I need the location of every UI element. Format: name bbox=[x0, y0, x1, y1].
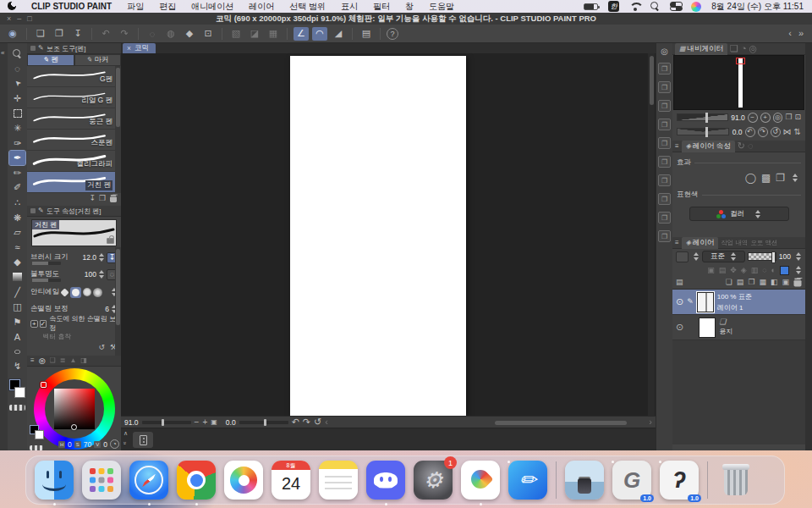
balloon-tab-icon[interactable]: ◌ bbox=[748, 141, 754, 151]
auto-select-tool-icon[interactable]: ✳ bbox=[9, 121, 25, 135]
brush-item-round-pen[interactable]: 둥근 펜 bbox=[27, 108, 121, 130]
scroll-left-icon[interactable]: ‹ bbox=[325, 417, 328, 427]
sub-color-swatch[interactable] bbox=[14, 387, 25, 398]
tab-pen[interactable]: ✎펜 bbox=[27, 54, 74, 66]
antialias-none-button[interactable] bbox=[59, 287, 70, 298]
opacity-slider[interactable] bbox=[32, 279, 61, 282]
zoom-in-icon[interactable]: + bbox=[202, 418, 207, 427]
create-mask-icon[interactable]: ▣ bbox=[782, 279, 789, 286]
scroll-right-icon[interactable]: › bbox=[649, 417, 652, 427]
panel-menu-icon[interactable]: ≡ bbox=[30, 357, 35, 364]
open-file-icon[interactable]: ❐ bbox=[52, 27, 67, 41]
help-icon[interactable]: ? bbox=[387, 28, 398, 40]
menu-animation[interactable]: 애니메이션 bbox=[184, 1, 241, 13]
delete-subtool-icon[interactable] bbox=[110, 195, 117, 202]
transfer-layer-icon[interactable]: ▦ bbox=[759, 279, 766, 286]
battery-icon[interactable] bbox=[584, 3, 598, 10]
tab-marker[interactable]: ✎마커 bbox=[74, 54, 122, 66]
navigator-tab[interactable]: ▦내비게이터 bbox=[675, 43, 727, 55]
material-folder-brush-icon[interactable]: ❐ bbox=[658, 156, 671, 168]
nav-zoom-out-icon[interactable]: − bbox=[748, 113, 758, 123]
hue-marker[interactable] bbox=[41, 382, 47, 388]
tool-property-scrollbar[interactable] bbox=[115, 247, 121, 370]
balloon-tool-icon[interactable]: ○ bbox=[6, 345, 29, 359]
nav-rotate-right-icon[interactable]: ↷ bbox=[758, 127, 768, 137]
material-folder-pose-icon[interactable]: ❐ bbox=[658, 193, 671, 205]
snap-guide-icon[interactable]: ◢ bbox=[331, 27, 346, 41]
snap-off-icon[interactable]: ▧ bbox=[228, 27, 244, 41]
brush-size-slider[interactable] bbox=[32, 262, 61, 265]
draft-layer-icon[interactable]: ▤ bbox=[719, 267, 727, 274]
menu-window[interactable]: 창 bbox=[398, 1, 421, 13]
zoom-out-icon[interactable]: − bbox=[195, 418, 200, 427]
new-vector-layer-icon[interactable]: ▤ bbox=[737, 279, 744, 286]
menu-view[interactable]: 표시 bbox=[333, 1, 365, 13]
brush-tool-icon[interactable]: ✐ bbox=[9, 180, 25, 195]
clip-below-icon[interactable]: ▥ bbox=[751, 267, 759, 274]
palette-color-chip[interactable] bbox=[676, 251, 689, 262]
history-tab[interactable]: 작업 내역 bbox=[721, 240, 748, 246]
transparent-color-swatch[interactable] bbox=[9, 405, 25, 411]
approx-color-tab[interactable]: ◨ bbox=[80, 357, 87, 364]
dock-system-settings-icon[interactable]: ⚙ 1 bbox=[414, 461, 453, 500]
layer-opacity-value[interactable]: 100 bbox=[779, 252, 791, 261]
zoom-fit-icon[interactable]: ▣ bbox=[211, 419, 217, 426]
canvas-size-icon[interactable]: ⊡ bbox=[200, 27, 216, 41]
palette-dock-icon[interactable]: ▤ bbox=[359, 27, 374, 41]
snap-perspective-icon[interactable]: ◪ bbox=[247, 27, 262, 41]
menu-filter[interactable]: 필터 bbox=[365, 1, 398, 13]
antialias-strong-button[interactable] bbox=[92, 287, 103, 298]
mini-sub-color[interactable] bbox=[35, 430, 44, 439]
spotlight-search-icon[interactable] bbox=[650, 2, 660, 11]
dock-discord-icon[interactable] bbox=[366, 461, 405, 500]
saturation-value[interactable]: 70 bbox=[84, 440, 91, 449]
nav-rotate-left-icon[interactable]: ↶ bbox=[745, 127, 755, 137]
color-set-tab[interactable]: ≣ bbox=[60, 357, 66, 364]
nav-fit-screen-icon[interactable]: ⊡ bbox=[794, 113, 801, 121]
eyedropper-tool-icon[interactable]: ✑ bbox=[9, 136, 25, 151]
change-panel-icon[interactable]: ▤ bbox=[676, 279, 683, 286]
border-effect-icon[interactable]: ◯ bbox=[744, 173, 755, 183]
material-folder-download-icon[interactable]: ❐ bbox=[658, 212, 671, 224]
layer-name[interactable]: 레이어 1 bbox=[717, 303, 752, 312]
canvas-rotation-value[interactable]: 0.0 bbox=[226, 418, 236, 427]
window-close-button[interactable]: × bbox=[7, 14, 11, 23]
intermediate-color-tab[interactable]: ▲ bbox=[69, 357, 76, 364]
figure-tool-icon[interactable]: ╱ bbox=[9, 285, 25, 300]
information-tab-icon[interactable]: ◎ bbox=[749, 44, 758, 53]
color-wheel-tab[interactable]: ◎ bbox=[39, 357, 46, 365]
speed-stabilization-checkbox[interactable]: ✓ bbox=[40, 320, 47, 328]
menu-bar-clock[interactable]: 8월 24일 (수) 오후 11:51 bbox=[711, 1, 804, 13]
material-folder-monochrome-icon[interactable]: ❐ bbox=[658, 100, 671, 112]
fill-tool-icon[interactable]: ◆ bbox=[9, 255, 25, 269]
undo-icon[interactable]: ↶ bbox=[98, 27, 113, 41]
subtool-scrollbar[interactable] bbox=[115, 66, 121, 193]
navigator-zoom-slider[interactable] bbox=[677, 113, 728, 121]
paper-layer-name[interactable]: 용지 bbox=[719, 327, 732, 336]
frame-border-tool-icon[interactable]: ◫ bbox=[9, 300, 25, 314]
menu-file[interactable]: 파일 bbox=[119, 1, 151, 13]
dock-launchpad-icon[interactable] bbox=[82, 461, 121, 500]
canvas-vertical-scrollbar[interactable] bbox=[648, 53, 655, 416]
brush-size-value[interactable]: 12.0 bbox=[82, 253, 96, 262]
lock-layer-icon[interactable]: ✥ bbox=[730, 267, 737, 274]
layer-opacity-stepper[interactable] bbox=[795, 251, 802, 262]
brush-item-g-pen[interactable]: G펜 bbox=[27, 66, 121, 87]
hue-value[interactable]: 0 bbox=[68, 440, 72, 449]
paper-thumbnail[interactable] bbox=[699, 318, 716, 338]
rotate-left-icon[interactable]: ↶ bbox=[292, 417, 299, 427]
snap-grid-icon[interactable]: ▦ bbox=[266, 27, 281, 41]
layer-visible-icon[interactable]: ⊙ bbox=[676, 323, 683, 332]
material-folder-extra-icon[interactable]: ❐ bbox=[658, 230, 671, 242]
wifi-icon[interactable] bbox=[629, 3, 640, 11]
material-folder-image-icon[interactable]: ❐ bbox=[658, 137, 671, 149]
window-minimize-button[interactable]: – bbox=[17, 14, 21, 23]
dock-screenshot-stack-icon[interactable] bbox=[565, 461, 604, 500]
effect-stepper[interactable] bbox=[792, 173, 798, 183]
canvas-horizontal-scrollbar[interactable] bbox=[332, 417, 645, 428]
menu-layer[interactable]: 레이어 bbox=[241, 1, 282, 13]
text-tool-icon[interactable]: A bbox=[9, 329, 25, 344]
stabilization-value[interactable]: 6 bbox=[105, 305, 109, 313]
dock-trash-icon[interactable] bbox=[716, 461, 755, 500]
fill-icon[interactable]: ◆ bbox=[182, 27, 197, 41]
